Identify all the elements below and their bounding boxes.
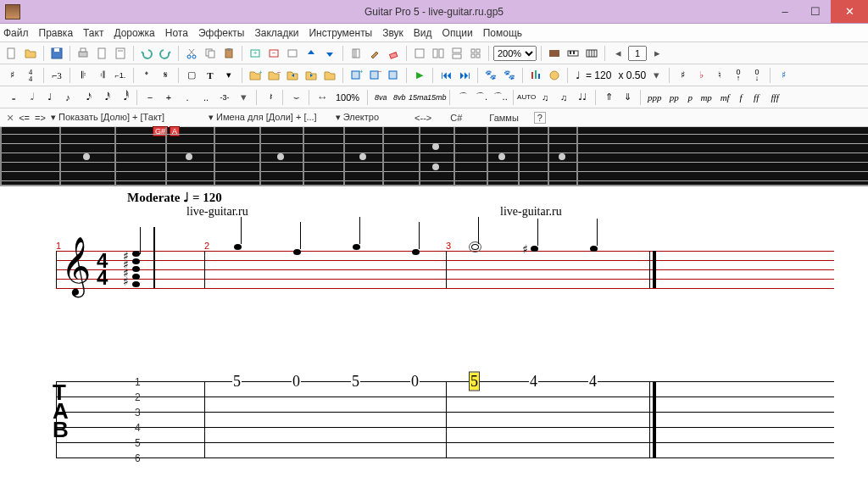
marker-icon[interactable]: ▾ xyxy=(220,67,237,84)
segno-icon[interactable]: 𝄋 xyxy=(157,67,174,84)
triplet-icon[interactable]: ⌐3 xyxy=(48,67,65,84)
copy-icon[interactable] xyxy=(202,45,219,62)
menu-effects[interactable]: Эффекты xyxy=(198,27,245,39)
page-icon[interactable] xyxy=(93,45,110,62)
text-icon[interactable]: T xyxy=(202,67,219,84)
tab-b3-2[interactable]: 4 xyxy=(529,373,538,391)
tie-icon[interactable]: ⌣ xyxy=(287,89,304,106)
delete-bar-icon[interactable]: − xyxy=(265,67,282,84)
brush-icon[interactable] xyxy=(366,45,383,62)
score-info-icon[interactable] xyxy=(112,45,129,62)
layer-del-icon[interactable]: − xyxy=(366,67,383,84)
names-dropdown[interactable]: ▾ Имена для [Доли] + [...] xyxy=(209,112,317,123)
speed-dropdown-icon[interactable]: ▾ xyxy=(648,67,665,84)
key-label[interactable]: C# xyxy=(450,113,462,123)
scale-label[interactable]: Гаммы xyxy=(489,113,519,123)
menu-bookmarks[interactable]: Закладки xyxy=(254,27,298,39)
dyn-mp[interactable]: mp xyxy=(698,92,715,103)
minimize-button[interactable]: – xyxy=(770,0,800,23)
close-button[interactable]: ✕ xyxy=(831,0,868,23)
menu-file[interactable]: Файл xyxy=(3,27,29,39)
nav-fwd-icon[interactable]: => xyxy=(35,113,46,123)
auto-icon[interactable]: AUTO xyxy=(518,89,535,106)
menu-track[interactable]: Дорожка xyxy=(114,27,154,39)
dur-minus-icon[interactable]: − xyxy=(142,89,159,106)
page-number-input[interactable] xyxy=(628,46,647,61)
dyn-fff[interactable]: fff xyxy=(765,92,784,103)
whole-note-icon[interactable]: 𝅝 xyxy=(3,89,20,106)
redo-icon[interactable] xyxy=(157,45,174,62)
15ma-label[interactable]: 15ma xyxy=(409,93,426,102)
double-dot-icon[interactable]: .. xyxy=(198,89,214,106)
8va-label[interactable]: 8va xyxy=(372,93,389,102)
help-icon[interactable]: ? xyxy=(534,112,546,124)
beam-1-icon[interactable]: ♫ xyxy=(537,89,554,106)
dyn-ppp[interactable]: ppp xyxy=(645,92,664,103)
new-file-icon[interactable] xyxy=(3,45,20,62)
play-icon[interactable]: ▶ xyxy=(411,67,428,84)
beam-2-icon[interactable]: ♫ xyxy=(555,89,572,106)
menu-sound[interactable]: Звук xyxy=(382,27,403,39)
rest-icon[interactable]: 𝄽 xyxy=(261,89,278,106)
paw-icon[interactable]: 🐾 xyxy=(482,67,499,84)
natural-accidental-icon[interactable]: ♮ xyxy=(711,67,728,84)
menu-bar-item[interactable]: Такт xyxy=(83,27,103,39)
layer-add-icon[interactable]: + xyxy=(348,67,364,84)
undo-icon[interactable] xyxy=(138,45,155,62)
effect-3-icon[interactable]: ⌒.. xyxy=(492,89,509,106)
dyn-p[interactable]: p xyxy=(684,92,696,103)
menu-view[interactable]: Вид xyxy=(414,27,432,39)
sixteenth-note-icon[interactable]: 𝅘𝅥𝅯 xyxy=(78,89,95,106)
keyboard-icon[interactable] xyxy=(565,45,581,62)
forward-icon[interactable]: ⏭ xyxy=(456,67,473,84)
quarter-note-icon[interactable]: ♩ xyxy=(41,89,58,106)
track-up-icon[interactable] xyxy=(303,45,320,62)
flat-accidental-icon[interactable]: ♭ xyxy=(693,67,709,84)
sixtyfourth-note-icon[interactable]: 𝅘𝅥𝅱 xyxy=(115,89,132,106)
dyn-mf[interactable]: mf xyxy=(716,92,733,103)
maximize-button[interactable]: ☐ xyxy=(800,0,831,23)
dyn-pp[interactable]: pp xyxy=(665,92,682,103)
fretboard-panel[interactable]: G# A xyxy=(0,127,868,186)
zoom-select[interactable]: 200% xyxy=(493,46,537,61)
layout-1-icon[interactable] xyxy=(411,45,428,62)
beam-3-icon[interactable]: ♩♩ xyxy=(574,89,591,106)
double-sharp-icon[interactable]: ♯ xyxy=(775,67,792,84)
show-dropdown[interactable]: ▾ Показать [Долю] + [Такт] xyxy=(51,112,164,123)
add-track-icon[interactable]: + xyxy=(247,45,264,62)
semitone-up-icon[interactable]: 0↑ xyxy=(730,67,747,84)
paw2-icon[interactable]: 🐾 xyxy=(501,67,518,84)
layout-4-icon[interactable] xyxy=(467,45,484,62)
layout-2-icon[interactable] xyxy=(430,45,447,62)
score-area[interactable]: Moderate ♩ = 120 live-guitar.ru live-gui… xyxy=(0,186,868,488)
remove-track-icon[interactable]: − xyxy=(265,45,282,62)
tuplet-icon[interactable]: -3- xyxy=(216,89,233,106)
eighth-note-icon[interactable]: ♪ xyxy=(59,89,76,106)
dot-icon[interactable]: . xyxy=(179,89,196,106)
menu-edit[interactable]: Правка xyxy=(39,27,74,39)
fretboard-icon[interactable] xyxy=(546,45,563,62)
menu-note[interactable]: Нота xyxy=(165,27,188,39)
dur-plus-icon[interactable]: + xyxy=(160,89,177,106)
tab-b3-1-cursor[interactable]: 5 xyxy=(470,373,479,391)
rewind-icon[interactable]: ⏮ xyxy=(437,67,454,84)
15mb-label[interactable]: 15mb xyxy=(428,93,445,102)
dyn-ff[interactable]: ff xyxy=(748,92,764,103)
eraser-icon[interactable] xyxy=(385,45,402,62)
paste-icon[interactable] xyxy=(220,45,237,62)
prev-page-icon[interactable]: ◂ xyxy=(609,45,626,62)
sharp-accidental-icon[interactable]: ♯ xyxy=(674,67,691,84)
coda-icon[interactable]: 𝄌 xyxy=(138,67,155,84)
bar-left-icon[interactable] xyxy=(284,67,301,84)
arrows-label[interactable]: <--> xyxy=(415,113,431,123)
tab-b3-3[interactable]: 4 xyxy=(588,373,598,391)
layout-3-icon[interactable] xyxy=(448,45,465,62)
tuplet-dropdown-icon[interactable]: ▾ xyxy=(235,89,252,106)
8vb-label[interactable]: 8vb xyxy=(391,93,408,102)
tab-b2-2[interactable]: 0 xyxy=(292,373,301,391)
open-file-icon[interactable] xyxy=(22,45,39,62)
bar-right-icon[interactable] xyxy=(303,67,320,84)
menu-help[interactable]: Помощь xyxy=(483,27,522,39)
semitone-down-icon[interactable]: 0↓ xyxy=(748,67,765,84)
tab-b2-1[interactable]: 5 xyxy=(232,373,242,391)
